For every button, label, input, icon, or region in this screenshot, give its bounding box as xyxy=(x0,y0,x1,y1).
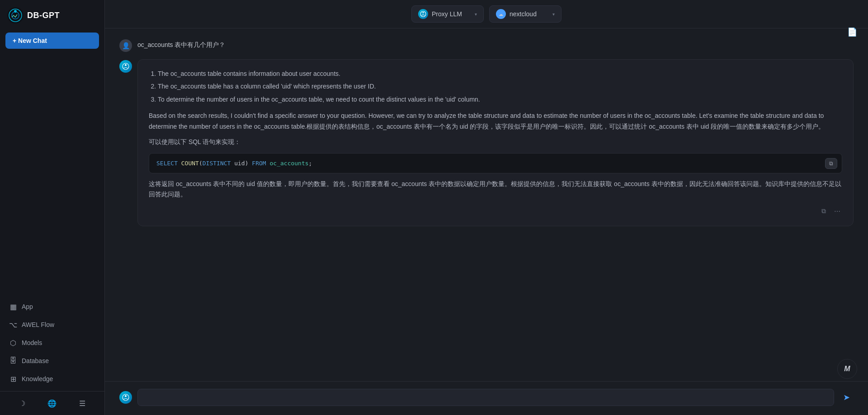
user-avatar: 👤 xyxy=(119,39,132,52)
user-message: 👤 oc_accounts 表中有几个用户？ xyxy=(119,39,854,52)
code-content: SELECT COUNT(DISTINCT uid) FROM oc_accou… xyxy=(156,160,312,167)
sidebar-bottom: ☽ 🌐 ☰ xyxy=(0,391,104,415)
theme-toggle-button[interactable]: ☽ xyxy=(16,397,28,410)
user-message-text: oc_accounts 表中有几个用户？ xyxy=(137,39,226,49)
svg-point-9 xyxy=(125,395,127,397)
sidebar-nav: ▦ App ⌥ AWEL Flow ⬡ Models 🗄 Database ⊞ … xyxy=(0,294,104,391)
globe-icon: 🌐 xyxy=(47,399,57,408)
main-content: Proxy LLM ▾ ☁ nextcloud ▾ 👤 oc_accounts … xyxy=(105,0,868,415)
logo-area: DB-GPT xyxy=(0,0,104,29)
sidebar-item-knowledge[interactable]: ⊞ Knowledge xyxy=(4,370,101,387)
more-options-button[interactable]: ⋯ xyxy=(832,206,842,217)
cloud-selector-label: nextcloud xyxy=(509,10,537,18)
cloud-chevron-icon: ▾ xyxy=(552,12,555,17)
sidebar-item-database[interactable]: 🗄 Database xyxy=(4,352,101,369)
sidebar-item-awel-label: AWEL Flow xyxy=(22,321,54,328)
sidebar: DB-GPT + New Chat ▦ App ⌥ AWEL Flow ⬡ Mo… xyxy=(0,0,105,415)
sidebar-item-database-label: Database xyxy=(22,357,49,364)
models-icon: ⬡ xyxy=(9,339,17,347)
header: Proxy LLM ▾ ☁ nextcloud ▾ xyxy=(105,0,868,28)
svg-point-7 xyxy=(125,64,127,66)
llm-chevron-icon: ▾ xyxy=(475,12,477,17)
svg-point-5 xyxy=(423,12,424,14)
app-icon: ▦ xyxy=(9,303,17,311)
file-icon[interactable]: 📄 xyxy=(847,27,857,37)
document-icon: 📄 xyxy=(847,28,857,37)
sidebar-item-awel-flow[interactable]: ⌥ AWEL Flow xyxy=(4,316,101,333)
new-chat-button[interactable]: + New Chat xyxy=(5,33,99,49)
awel-icon: ⌥ xyxy=(9,321,17,329)
sidebar-item-models[interactable]: ⬡ Models xyxy=(4,334,101,351)
menu-icon: ☰ xyxy=(79,399,85,408)
input-avatar xyxy=(119,391,132,404)
floating-icon: M xyxy=(844,365,850,373)
moon-icon: ☽ xyxy=(19,399,25,408)
language-button[interactable]: 🌐 xyxy=(46,397,58,410)
ai-para-1: Based on the search results, I couldn't … xyxy=(149,111,842,132)
copy-code-button[interactable]: ⧉ xyxy=(825,158,837,169)
cloud-selector[interactable]: ☁ nextcloud ▾ xyxy=(489,5,561,23)
ai-list-item-3: To determine the number of users in the … xyxy=(158,94,842,104)
ai-message: The oc_accounts table contains informati… xyxy=(119,59,854,226)
input-area: ➤ xyxy=(105,381,868,415)
logo-icon xyxy=(7,7,24,23)
ai-list: The oc_accounts table contains informati… xyxy=(149,69,842,104)
ai-message-content: The oc_accounts table contains informati… xyxy=(137,59,854,226)
llm-selector-icon xyxy=(418,9,428,19)
ai-list-item-2: The oc_accounts table has a column calle… xyxy=(158,81,842,91)
ai-para-3: 这将返回 oc_accounts 表中不同的 uid 值的数量，即用户的数量。首… xyxy=(149,179,842,201)
ai-list-item-1: The oc_accounts table contains informati… xyxy=(158,69,842,79)
llm-selector[interactable]: Proxy LLM ▾ xyxy=(411,5,484,23)
chat-input[interactable] xyxy=(137,389,834,406)
sidebar-item-knowledge-label: Knowledge xyxy=(22,375,53,382)
send-button[interactable]: ➤ xyxy=(840,391,854,404)
sidebar-item-app[interactable]: ▦ App xyxy=(4,298,101,315)
menu-button[interactable]: ☰ xyxy=(76,397,89,410)
sidebar-item-models-label: Models xyxy=(22,339,42,346)
code-block: SELECT COUNT(DISTINCT uid) FROM oc_accou… xyxy=(149,153,842,173)
send-icon: ➤ xyxy=(843,393,850,402)
database-icon: 🗄 xyxy=(9,357,17,365)
knowledge-icon: ⊞ xyxy=(9,375,17,383)
chat-area: 👤 oc_accounts 表中有几个用户？ The oc_accounts t… xyxy=(105,28,868,381)
copy-response-button[interactable]: ⧉ xyxy=(820,205,828,217)
sidebar-item-app-label: App xyxy=(22,303,33,310)
ai-actions: ⧉ ⋯ xyxy=(149,205,842,217)
user-icon: 👤 xyxy=(122,42,130,49)
llm-selector-label: Proxy LLM xyxy=(432,10,462,18)
svg-point-0 xyxy=(7,7,24,23)
cloud-selector-icon: ☁ xyxy=(496,9,506,19)
ai-para-2: 可以使用以下 SQL 语句来实现： xyxy=(149,137,842,148)
logo-text: DB-GPT xyxy=(27,11,60,20)
ai-avatar xyxy=(119,60,132,73)
floating-action-button[interactable]: M xyxy=(837,359,857,379)
